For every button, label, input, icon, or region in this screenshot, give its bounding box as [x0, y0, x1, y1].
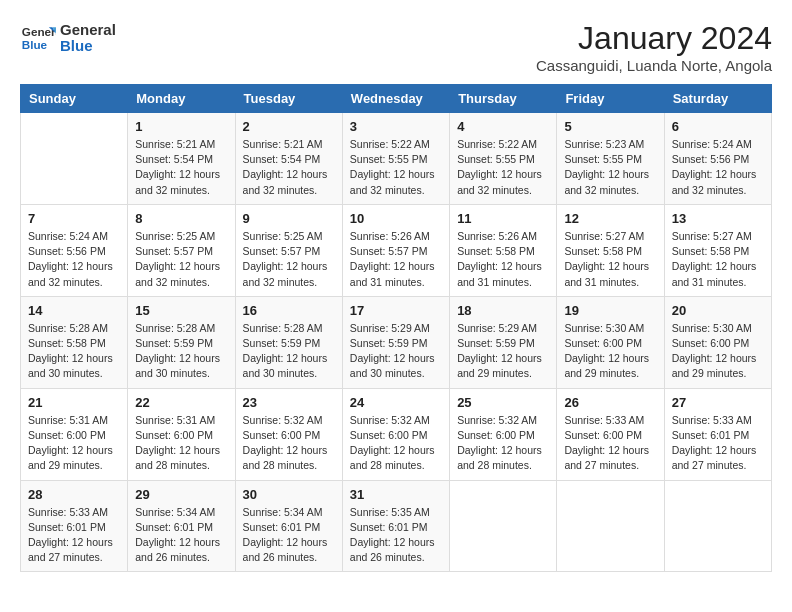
day-info: Sunrise: 5:31 AM Sunset: 6:00 PM Dayligh… — [135, 413, 227, 474]
day-info: Sunrise: 5:26 AM Sunset: 5:57 PM Dayligh… — [350, 229, 442, 290]
day-number: 10 — [350, 211, 442, 226]
calendar-cell: 30Sunrise: 5:34 AM Sunset: 6:01 PM Dayli… — [235, 480, 342, 572]
day-number: 2 — [243, 119, 335, 134]
header-tuesday: Tuesday — [235, 85, 342, 113]
day-info: Sunrise: 5:32 AM Sunset: 6:00 PM Dayligh… — [350, 413, 442, 474]
calendar-cell: 22Sunrise: 5:31 AM Sunset: 6:00 PM Dayli… — [128, 388, 235, 480]
day-info: Sunrise: 5:35 AM Sunset: 6:01 PM Dayligh… — [350, 505, 442, 566]
calendar-cell: 19Sunrise: 5:30 AM Sunset: 6:00 PM Dayli… — [557, 296, 664, 388]
calendar-cell: 2Sunrise: 5:21 AM Sunset: 5:54 PM Daylig… — [235, 113, 342, 205]
day-number: 20 — [672, 303, 764, 318]
calendar-cell: 27Sunrise: 5:33 AM Sunset: 6:01 PM Dayli… — [664, 388, 771, 480]
day-info: Sunrise: 5:30 AM Sunset: 6:00 PM Dayligh… — [672, 321, 764, 382]
day-info: Sunrise: 5:24 AM Sunset: 5:56 PM Dayligh… — [28, 229, 120, 290]
title-block: January 2024 Cassanguidi, Luanda Norte, … — [536, 20, 772, 74]
header-wednesday: Wednesday — [342, 85, 449, 113]
week-row-1: 1Sunrise: 5:21 AM Sunset: 5:54 PM Daylig… — [21, 113, 772, 205]
header-saturday: Saturday — [664, 85, 771, 113]
day-number: 3 — [350, 119, 442, 134]
day-info: Sunrise: 5:21 AM Sunset: 5:54 PM Dayligh… — [243, 137, 335, 198]
logo-blue: Blue — [60, 38, 116, 55]
day-info: Sunrise: 5:33 AM Sunset: 6:00 PM Dayligh… — [564, 413, 656, 474]
day-info: Sunrise: 5:33 AM Sunset: 6:01 PM Dayligh… — [672, 413, 764, 474]
day-info: Sunrise: 5:26 AM Sunset: 5:58 PM Dayligh… — [457, 229, 549, 290]
calendar-cell: 1Sunrise: 5:21 AM Sunset: 5:54 PM Daylig… — [128, 113, 235, 205]
calendar-cell — [21, 113, 128, 205]
logo: General Blue General Blue — [20, 20, 116, 56]
calendar-cell: 9Sunrise: 5:25 AM Sunset: 5:57 PM Daylig… — [235, 204, 342, 296]
day-number: 26 — [564, 395, 656, 410]
calendar-table: SundayMondayTuesdayWednesdayThursdayFrid… — [20, 84, 772, 572]
day-info: Sunrise: 5:29 AM Sunset: 5:59 PM Dayligh… — [350, 321, 442, 382]
day-info: Sunrise: 5:23 AM Sunset: 5:55 PM Dayligh… — [564, 137, 656, 198]
calendar-cell: 4Sunrise: 5:22 AM Sunset: 5:55 PM Daylig… — [450, 113, 557, 205]
calendar-cell: 17Sunrise: 5:29 AM Sunset: 5:59 PM Dayli… — [342, 296, 449, 388]
day-info: Sunrise: 5:27 AM Sunset: 5:58 PM Dayligh… — [564, 229, 656, 290]
day-number: 8 — [135, 211, 227, 226]
day-number: 31 — [350, 487, 442, 502]
day-info: Sunrise: 5:22 AM Sunset: 5:55 PM Dayligh… — [457, 137, 549, 198]
day-number: 24 — [350, 395, 442, 410]
calendar-cell: 28Sunrise: 5:33 AM Sunset: 6:01 PM Dayli… — [21, 480, 128, 572]
day-number: 9 — [243, 211, 335, 226]
week-row-2: 7Sunrise: 5:24 AM Sunset: 5:56 PM Daylig… — [21, 204, 772, 296]
month-year-title: January 2024 — [536, 20, 772, 57]
calendar-cell: 31Sunrise: 5:35 AM Sunset: 6:01 PM Dayli… — [342, 480, 449, 572]
location-subtitle: Cassanguidi, Luanda Norte, Angola — [536, 57, 772, 74]
day-info: Sunrise: 5:24 AM Sunset: 5:56 PM Dayligh… — [672, 137, 764, 198]
day-info: Sunrise: 5:21 AM Sunset: 5:54 PM Dayligh… — [135, 137, 227, 198]
header-sunday: Sunday — [21, 85, 128, 113]
day-number: 17 — [350, 303, 442, 318]
calendar-cell: 16Sunrise: 5:28 AM Sunset: 5:59 PM Dayli… — [235, 296, 342, 388]
calendar-cell: 23Sunrise: 5:32 AM Sunset: 6:00 PM Dayli… — [235, 388, 342, 480]
day-info: Sunrise: 5:25 AM Sunset: 5:57 PM Dayligh… — [135, 229, 227, 290]
day-number: 19 — [564, 303, 656, 318]
day-info: Sunrise: 5:32 AM Sunset: 6:00 PM Dayligh… — [457, 413, 549, 474]
day-number: 14 — [28, 303, 120, 318]
calendar-cell: 11Sunrise: 5:26 AM Sunset: 5:58 PM Dayli… — [450, 204, 557, 296]
calendar-cell: 6Sunrise: 5:24 AM Sunset: 5:56 PM Daylig… — [664, 113, 771, 205]
calendar-cell: 20Sunrise: 5:30 AM Sunset: 6:00 PM Dayli… — [664, 296, 771, 388]
calendar-cell: 13Sunrise: 5:27 AM Sunset: 5:58 PM Dayli… — [664, 204, 771, 296]
day-info: Sunrise: 5:32 AM Sunset: 6:00 PM Dayligh… — [243, 413, 335, 474]
calendar-cell: 7Sunrise: 5:24 AM Sunset: 5:56 PM Daylig… — [21, 204, 128, 296]
day-number: 1 — [135, 119, 227, 134]
calendar-cell: 12Sunrise: 5:27 AM Sunset: 5:58 PM Dayli… — [557, 204, 664, 296]
day-number: 4 — [457, 119, 549, 134]
header-friday: Friday — [557, 85, 664, 113]
day-info: Sunrise: 5:28 AM Sunset: 5:59 PM Dayligh… — [135, 321, 227, 382]
calendar-cell: 5Sunrise: 5:23 AM Sunset: 5:55 PM Daylig… — [557, 113, 664, 205]
week-row-4: 21Sunrise: 5:31 AM Sunset: 6:00 PM Dayli… — [21, 388, 772, 480]
day-info: Sunrise: 5:31 AM Sunset: 6:00 PM Dayligh… — [28, 413, 120, 474]
day-info: Sunrise: 5:29 AM Sunset: 5:59 PM Dayligh… — [457, 321, 549, 382]
calendar-cell: 25Sunrise: 5:32 AM Sunset: 6:00 PM Dayli… — [450, 388, 557, 480]
day-info: Sunrise: 5:28 AM Sunset: 5:59 PM Dayligh… — [243, 321, 335, 382]
svg-text:General: General — [22, 25, 56, 38]
calendar-cell: 29Sunrise: 5:34 AM Sunset: 6:01 PM Dayli… — [128, 480, 235, 572]
day-number: 7 — [28, 211, 120, 226]
page-header: General Blue General Blue January 2024 C… — [20, 20, 772, 74]
day-number: 11 — [457, 211, 549, 226]
calendar-cell — [664, 480, 771, 572]
day-number: 27 — [672, 395, 764, 410]
week-row-3: 14Sunrise: 5:28 AM Sunset: 5:58 PM Dayli… — [21, 296, 772, 388]
calendar-cell: 21Sunrise: 5:31 AM Sunset: 6:00 PM Dayli… — [21, 388, 128, 480]
day-number: 30 — [243, 487, 335, 502]
day-info: Sunrise: 5:27 AM Sunset: 5:58 PM Dayligh… — [672, 229, 764, 290]
day-number: 16 — [243, 303, 335, 318]
day-number: 25 — [457, 395, 549, 410]
calendar-cell — [557, 480, 664, 572]
day-number: 21 — [28, 395, 120, 410]
day-number: 5 — [564, 119, 656, 134]
day-info: Sunrise: 5:33 AM Sunset: 6:01 PM Dayligh… — [28, 505, 120, 566]
calendar-cell: 24Sunrise: 5:32 AM Sunset: 6:00 PM Dayli… — [342, 388, 449, 480]
header-thursday: Thursday — [450, 85, 557, 113]
svg-text:Blue: Blue — [22, 38, 48, 51]
day-info: Sunrise: 5:30 AM Sunset: 6:00 PM Dayligh… — [564, 321, 656, 382]
calendar-cell: 10Sunrise: 5:26 AM Sunset: 5:57 PM Dayli… — [342, 204, 449, 296]
calendar-cell: 3Sunrise: 5:22 AM Sunset: 5:55 PM Daylig… — [342, 113, 449, 205]
calendar-cell: 15Sunrise: 5:28 AM Sunset: 5:59 PM Dayli… — [128, 296, 235, 388]
header-monday: Monday — [128, 85, 235, 113]
calendar-header-row: SundayMondayTuesdayWednesdayThursdayFrid… — [21, 85, 772, 113]
calendar-cell: 26Sunrise: 5:33 AM Sunset: 6:00 PM Dayli… — [557, 388, 664, 480]
